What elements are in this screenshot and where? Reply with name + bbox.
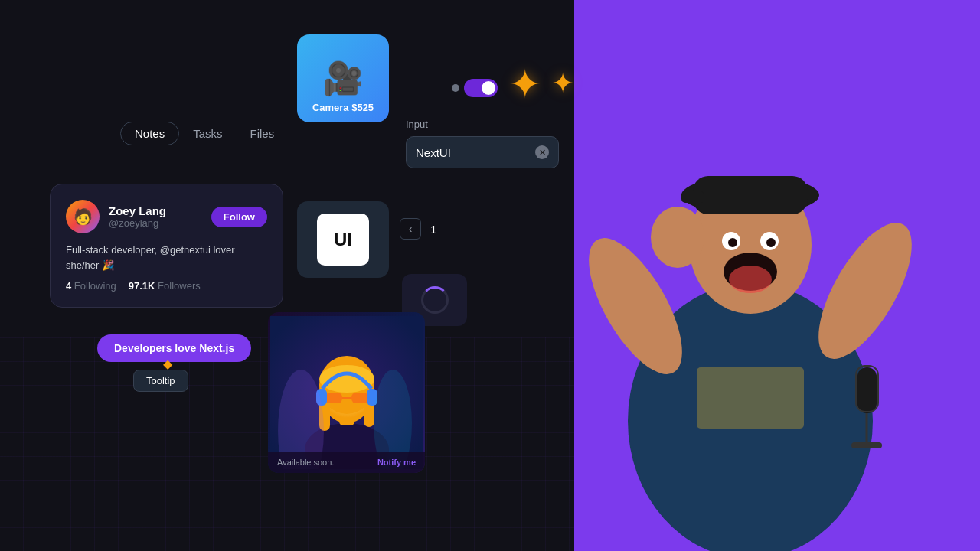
person-illustration xyxy=(574,0,980,551)
stars-decoration: ✦ ✦ xyxy=(508,61,574,107)
tab-tasks[interactable]: Tasks xyxy=(179,122,236,145)
tab-files[interactable]: Files xyxy=(237,122,289,145)
profile-stats: 4 Following 97.1K Followers xyxy=(66,280,267,292)
followers-count: 97.1K Followers xyxy=(129,280,201,292)
toggle-dot xyxy=(452,84,459,92)
tabs-container: Notes Tasks Files xyxy=(120,122,288,145)
available-text: Available soon. xyxy=(277,458,334,467)
girl-card-content xyxy=(268,312,425,473)
tooltip-bubble: Tooltip xyxy=(133,370,188,392)
profile-card: 🧑 Zoey Lang @zoeylang Follow Full-stack … xyxy=(50,184,283,308)
ui-logo-card: UI xyxy=(297,201,389,278)
toggle-knob xyxy=(482,81,495,95)
profile-name: Zoey Lang xyxy=(109,204,166,217)
toggle-container xyxy=(452,79,498,97)
svg-point-25 xyxy=(729,266,772,293)
girl-illustration xyxy=(270,316,423,469)
input-label: Input xyxy=(406,119,559,130)
svg-point-7 xyxy=(319,365,374,393)
avatar: 🧑 xyxy=(66,200,100,233)
girl-card-footer: Available soon. Notify me xyxy=(268,452,425,473)
input-clear-button[interactable]: ✕ xyxy=(535,145,549,159)
svg-point-29 xyxy=(766,238,776,247)
loading-spinner xyxy=(421,286,449,314)
camera-label: Camera $525 xyxy=(312,102,374,113)
input-field[interactable]: NextUI ✕ xyxy=(406,136,559,168)
profile-bio: Full-stack developer, @getnextui lover s… xyxy=(66,243,267,272)
svg-rect-9 xyxy=(351,393,368,403)
tab-notes[interactable]: Notes xyxy=(120,122,179,145)
headphone-girl-card: Available soon. Notify me xyxy=(268,312,425,473)
input-value: NextUI xyxy=(416,146,451,159)
profile-header: 🧑 Zoey Lang @zoeylang Follow xyxy=(66,200,267,233)
camera-icon: 🎥 xyxy=(323,60,363,97)
notify-me-button[interactable]: Notify me xyxy=(377,458,416,467)
nextjs-button[interactable]: Developers love Next.js xyxy=(97,334,251,362)
svg-rect-33 xyxy=(851,442,882,448)
toggle-switch[interactable] xyxy=(464,79,498,97)
svg-rect-22 xyxy=(681,191,704,203)
pagination-current: 1 xyxy=(430,223,436,236)
ui-logo: UI xyxy=(317,214,369,266)
following-count: 4 Following xyxy=(66,280,116,292)
star-icon-2: ✦ xyxy=(551,67,574,107)
profile-avatar-area: 🧑 Zoey Lang @zoeylang xyxy=(66,200,166,233)
follow-button[interactable]: Follow xyxy=(211,207,267,227)
camera-card: 🎥 Camera $525 xyxy=(297,34,389,122)
svg-rect-30 xyxy=(858,367,877,413)
star-icon-1: ✦ xyxy=(508,61,542,107)
svg-rect-23 xyxy=(697,367,804,429)
pagination-prev-button[interactable]: ‹ xyxy=(400,218,421,240)
pagination: ‹ 1 xyxy=(400,218,436,240)
person-area xyxy=(574,0,980,551)
svg-rect-21 xyxy=(693,176,808,214)
svg-point-34 xyxy=(651,207,704,268)
input-section: Input NextUI ✕ xyxy=(406,119,559,168)
svg-rect-8 xyxy=(325,393,342,403)
profile-handle: @zoeylang xyxy=(109,217,166,229)
profile-info: Zoey Lang @zoeylang xyxy=(109,204,166,229)
svg-point-28 xyxy=(728,238,737,247)
